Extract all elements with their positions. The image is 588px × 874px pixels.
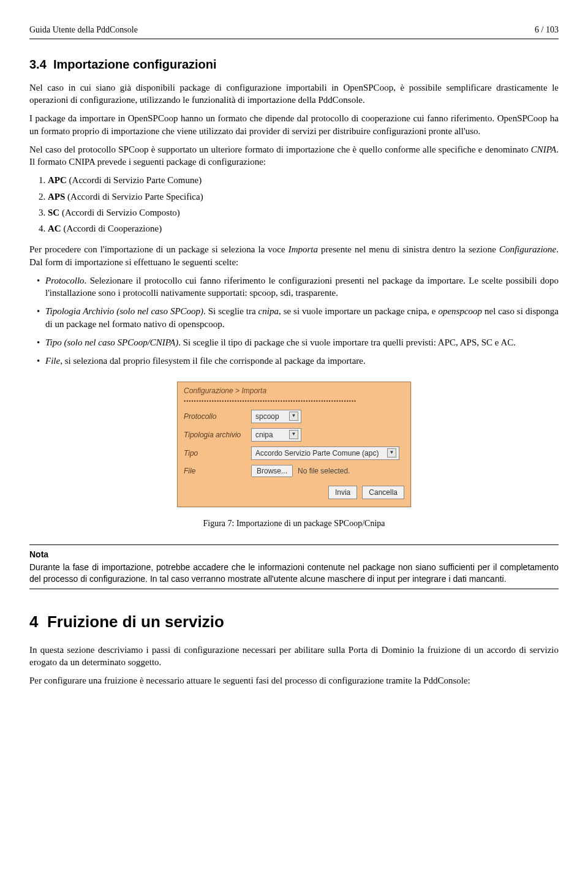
section-title: Fruizione di un servizio bbox=[47, 612, 224, 631]
chevron-down-icon: ▼ bbox=[289, 412, 298, 421]
note-body: Durante la fase di importazione, potrebb… bbox=[29, 562, 559, 585]
configurazione-term: Configurazione bbox=[499, 244, 556, 254]
cancel-button[interactable]: Cancella bbox=[362, 486, 404, 499]
cnipa-package-list: APC (Accordi di Servizio Parte Comune) A… bbox=[29, 174, 559, 235]
list-item-apc: APC (Accordi di Servizio Parte Comune) bbox=[48, 174, 559, 186]
select-tipologia[interactable]: cnipa ▼ bbox=[251, 428, 301, 442]
header-left: Guida Utente della PddConsole bbox=[29, 24, 138, 36]
select-protocollo[interactable]: spcoop ▼ bbox=[251, 410, 301, 423]
header-rule bbox=[29, 39, 559, 39]
figure-7: Configurazione > Importa •••••••••••••••… bbox=[29, 382, 559, 507]
bullet-tipologia: Tipologia Archivio (solo nel caso SPCoop… bbox=[37, 305, 559, 330]
file-selected-text: No file selected. bbox=[298, 466, 350, 476]
select-tipo[interactable]: Accordo Servizio Parte Comune (apc) ▼ bbox=[251, 446, 399, 460]
browse-button[interactable]: Browse... bbox=[251, 465, 293, 477]
list-item-aps: APS (Accordi di Servizio Parte Specifica… bbox=[48, 190, 559, 203]
figure-7-caption: Figura 7: Importazione di un package SPC… bbox=[29, 518, 559, 530]
note-rule-bottom bbox=[29, 589, 559, 589]
importa-term: Importa bbox=[288, 244, 318, 254]
note-title: Nota bbox=[29, 549, 559, 560]
bullet-protocollo: Protocollo. Selezionare il protocollo cu… bbox=[37, 274, 559, 299]
breadcrumb: Configurazione > Importa bbox=[178, 382, 410, 397]
section-3-4-heading: 3.4 Importazione configurazioni bbox=[29, 56, 559, 73]
para-2: I package da importare in OpenSPCoop han… bbox=[29, 112, 559, 137]
bullet-tipo: Tipo (solo nel caso SPCoop/CNIPA). Si sc… bbox=[37, 336, 559, 348]
section-title: Importazione configurazioni bbox=[53, 58, 217, 71]
chevron-down-icon: ▼ bbox=[289, 430, 298, 439]
row-tipologia: Tipologia archivio cnipa ▼ bbox=[178, 426, 410, 444]
import-form: Configurazione > Importa •••••••••••••••… bbox=[177, 382, 411, 507]
para-1: Nel caso in cui siano già disponibili pa… bbox=[29, 81, 559, 107]
bullet-file: File, si seleziona dal proprio filesyste… bbox=[37, 355, 559, 367]
para-4: Per procedere con l'importazione di un p… bbox=[29, 243, 559, 268]
para-3: Nel caso del protocollo SPCoop è support… bbox=[29, 143, 559, 168]
label-tipologia: Tipologia archivio bbox=[184, 430, 251, 440]
note-rule-top bbox=[29, 544, 559, 545]
submit-button[interactable]: Invia bbox=[328, 486, 357, 499]
sec4-para-1: In questa sezione descriviamo i passi di… bbox=[29, 644, 559, 669]
row-protocollo: Protocollo spcoop ▼ bbox=[178, 407, 410, 426]
sec4-para-2: Per configurare una fruizione è necessar… bbox=[29, 674, 559, 687]
section-4-heading: 4 Fruizione di un servizio bbox=[29, 611, 559, 633]
label-file: File bbox=[184, 466, 251, 476]
chevron-down-icon: ▼ bbox=[387, 448, 396, 458]
list-item-ac: AC (Accordi di Cooperazione) bbox=[48, 222, 559, 235]
label-tipo: Tipo bbox=[184, 448, 251, 458]
row-file: File Browse... No file selected. bbox=[178, 462, 410, 480]
section-number: 4 bbox=[29, 612, 38, 631]
list-item-sc: SC (Accordi di Servizio Composto) bbox=[48, 206, 559, 219]
label-protocollo: Protocollo bbox=[184, 412, 251, 421]
breadcrumb-divider: ••••••••••••••••••••••••••••••••••••••••… bbox=[178, 397, 410, 407]
form-actions: Invia Cancella bbox=[178, 480, 410, 507]
section-number: 3.4 bbox=[29, 58, 47, 71]
cnipa-term: CNIPA bbox=[531, 145, 556, 154]
import-options-list: Protocollo. Selezionare il protocollo cu… bbox=[29, 274, 559, 367]
row-tipo: Tipo Accordo Servizio Parte Comune (apc)… bbox=[178, 444, 410, 462]
page-header: Guida Utente della PddConsole 6 / 103 bbox=[29, 24, 559, 36]
header-right: 6 / 103 bbox=[535, 24, 559, 36]
file-input[interactable]: Browse... No file selected. bbox=[251, 465, 350, 477]
